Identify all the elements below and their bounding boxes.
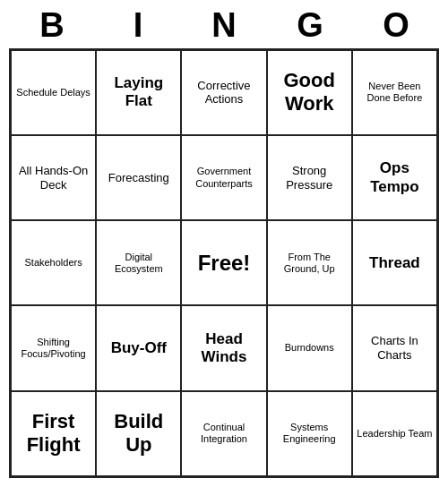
cell-r2-c2[interactable]: Free! xyxy=(181,220,266,305)
cell-r1-c3[interactable]: Strong Pressure xyxy=(267,135,352,220)
cell-r2-c3[interactable]: From The Ground, Up xyxy=(267,220,352,305)
cell-r4-c3[interactable]: Systems Engineering xyxy=(267,391,352,476)
cell-r2-c1[interactable]: Digital Ecosystem xyxy=(96,220,181,305)
cell-r4-c1[interactable]: Build Up xyxy=(96,391,181,476)
cell-text-r0-c3: Good Work xyxy=(271,69,348,116)
cell-text-r0-c0: Schedule Delays xyxy=(16,87,90,98)
bingo-letter-n: N xyxy=(185,7,263,45)
cell-r3-c0[interactable]: Shifting Focus/Pivoting xyxy=(11,305,96,390)
cell-r1-c2[interactable]: Government Counterparts xyxy=(181,135,266,220)
cell-r1-c1[interactable]: Forecasting xyxy=(96,135,181,220)
cell-text-r2-c1: Digital Ecosystem xyxy=(100,252,177,275)
cell-r0-c4[interactable]: Never Been Done Before xyxy=(352,50,437,135)
bingo-header: BINGO xyxy=(9,0,439,48)
cell-text-r1-c2: Government Counterparts xyxy=(185,166,262,189)
cell-text-r3-c1: Buy-Off xyxy=(111,339,167,357)
cell-text-r3-c0: Shifting Focus/Pivoting xyxy=(15,337,91,360)
cell-text-r2-c3: From The Ground, Up xyxy=(271,252,348,275)
cell-text-r0-c2: Corrective Actions xyxy=(185,79,262,107)
cell-text-r0-c4: Never Been Done Before xyxy=(357,81,433,104)
bingo-grid: Schedule DelaysLaying FlatCorrective Act… xyxy=(9,48,439,478)
cell-r0-c2[interactable]: Corrective Actions xyxy=(181,50,266,135)
cell-text-r1-c3: Strong Pressure xyxy=(271,164,348,192)
bingo-letter-g: G xyxy=(271,7,349,45)
cell-r4-c2[interactable]: Continual Integration xyxy=(181,391,266,476)
cell-text-r3-c2: Head Winds xyxy=(185,330,262,367)
cell-text-r1-c1: Forecasting xyxy=(108,171,169,185)
cell-text-r4-c2: Continual Integration xyxy=(185,422,262,445)
bingo-letter-b: B xyxy=(13,7,91,45)
cell-text-r3-c4: Charts In Charts xyxy=(357,334,433,362)
cell-text-r1-c4: Ops Tempo xyxy=(357,159,433,196)
cell-text-r4-c1: Build Up xyxy=(100,410,177,457)
cell-r3-c1[interactable]: Buy-Off xyxy=(96,305,181,390)
cell-r2-c0[interactable]: Stakeholders xyxy=(11,220,96,305)
cell-text-r1-c0: All Hands-On Deck xyxy=(15,164,91,192)
cell-r4-c0[interactable]: First Flight xyxy=(11,391,96,476)
cell-r3-c4[interactable]: Charts In Charts xyxy=(352,305,437,390)
cell-text-r3-c3: Burndowns xyxy=(285,342,334,354)
cell-r0-c3[interactable]: Good Work xyxy=(267,50,352,135)
cell-text-r0-c1: Laying Flat xyxy=(100,74,177,111)
cell-r1-c4[interactable]: Ops Tempo xyxy=(352,135,437,220)
cell-text-r4-c0: First Flight xyxy=(15,410,91,457)
cell-r1-c0[interactable]: All Hands-On Deck xyxy=(11,135,96,220)
cell-r0-c1[interactable]: Laying Flat xyxy=(96,50,181,135)
cell-r3-c3[interactable]: Burndowns xyxy=(267,305,352,390)
cell-text-r2-c4: Thread xyxy=(369,254,420,272)
cell-text-r2-c0: Stakeholders xyxy=(24,257,82,269)
cell-text-r4-c4: Leadership Team xyxy=(357,428,432,440)
bingo-letter-o: O xyxy=(357,7,435,45)
cell-text-r4-c3: Systems Engineering xyxy=(271,422,348,445)
cell-r0-c0[interactable]: Schedule Delays xyxy=(11,50,96,135)
cell-r2-c4[interactable]: Thread xyxy=(352,220,437,305)
cell-r4-c4[interactable]: Leadership Team xyxy=(352,391,437,476)
cell-r3-c2[interactable]: Head Winds xyxy=(181,305,266,390)
cell-text-r2-c2: Free! xyxy=(198,251,251,276)
bingo-letter-i: I xyxy=(99,7,177,45)
